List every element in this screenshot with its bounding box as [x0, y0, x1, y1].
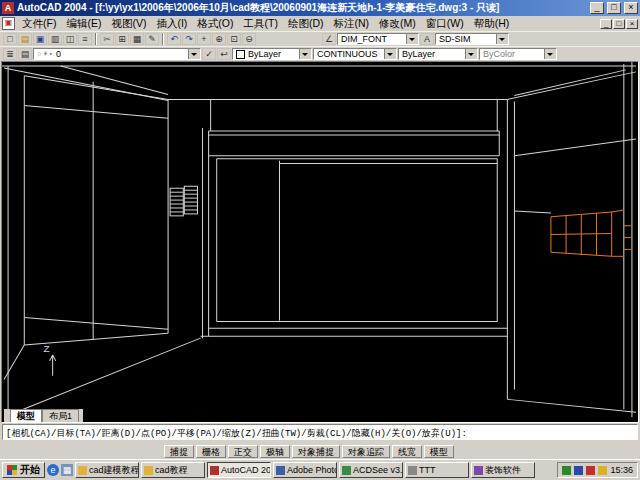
task-autocad[interactable]: AutoCAD 200...: [207, 462, 271, 478]
menu-view[interactable]: 视图(V): [106, 17, 151, 31]
windows-logo-icon: [7, 465, 17, 475]
layer-states-icon[interactable]: ▤: [18, 48, 32, 60]
app-icon: [408, 466, 417, 475]
task-decor-software[interactable]: 装饰软件: [471, 462, 535, 478]
linetype-combo[interactable]: CONTINUOUS: [313, 48, 397, 60]
text-style-value: SD-SIM: [439, 34, 471, 44]
layout-tabs: 模型 布局1: [4, 409, 83, 422]
chevron-down-icon[interactable]: [465, 49, 477, 59]
new-file-icon[interactable]: □: [3, 33, 17, 45]
zoom-realtime-icon[interactable]: ⊕: [212, 33, 226, 45]
status-bar: 捕捉 栅格 正交 极轴 对象捕捉 对象追踪 线宽 模型: [0, 443, 640, 459]
plot-preview-icon[interactable]: ◫: [63, 33, 77, 45]
folder-icon: [144, 466, 153, 475]
menu-file[interactable]: 文件(F): [17, 17, 61, 31]
tab-model[interactable]: 模型: [10, 409, 42, 422]
save-icon[interactable]: ▣: [33, 33, 47, 45]
command-window: [相机(CA)/目标(TA)/距离(D)/点(PO)/平移(PA)/缩放(Z)/…: [0, 423, 640, 443]
grid-toggle[interactable]: 栅格: [196, 445, 226, 458]
chevron-down-icon[interactable]: [496, 34, 508, 44]
plotstyle-combo: ByColor: [479, 48, 557, 60]
maximize-button[interactable]: □: [607, 2, 621, 14]
drawing-viewport[interactable]: Z 模型 布局1: [1, 61, 639, 423]
tray-icon-2[interactable]: [574, 466, 583, 475]
pan-icon[interactable]: +: [197, 33, 211, 45]
zoom-previous-icon[interactable]: ⊖: [242, 33, 256, 45]
make-layer-current-icon[interactable]: ✓: [202, 48, 216, 60]
quicklaunch-ie-icon[interactable]: e: [47, 464, 59, 476]
task-label: ACDSee v3.1...: [353, 465, 403, 475]
menu-help[interactable]: 帮助(H): [469, 17, 515, 31]
highlighted-object: [551, 210, 632, 256]
start-label: 开始: [20, 463, 40, 477]
publish-icon[interactable]: ≡: [78, 33, 92, 45]
quicklaunch-desktop-icon[interactable]: ▦: [61, 464, 73, 476]
text-style-combo[interactable]: SD-SIM: [435, 33, 509, 45]
tab-layout1[interactable]: 布局1: [42, 409, 79, 422]
chevron-down-icon: [544, 49, 556, 59]
wireframe-model[interactable]: Z: [2, 62, 638, 422]
cut-icon[interactable]: ✂: [100, 33, 114, 45]
task-cad-tutorial-folder[interactable]: cad教程: [141, 462, 205, 478]
start-button[interactable]: 开始: [2, 462, 45, 478]
color-combo[interactable]: ByLayer: [232, 48, 312, 60]
osnap-toggle[interactable]: 对象捕捉: [292, 445, 340, 458]
layer-previous-icon[interactable]: ↩: [217, 48, 231, 60]
chevron-down-icon[interactable]: [384, 49, 396, 59]
task-label: cad教程: [155, 464, 188, 477]
task-cad-modeling-folder[interactable]: cad建模教程: [75, 462, 139, 478]
task-acdsee[interactable]: ACDSee v3.1...: [339, 462, 403, 478]
match-properties-icon[interactable]: ✎: [145, 33, 159, 45]
task-photoshop[interactable]: Adobe Photo...: [273, 462, 337, 478]
tray-icon-4[interactable]: [598, 466, 607, 475]
chevron-down-icon[interactable]: [188, 49, 200, 59]
title-bar: A AutoCAD 2004 - [f:\yy\yx1\2006年\2006年1…: [0, 0, 640, 16]
tray-icon-3[interactable]: [586, 466, 595, 475]
minimize-button[interactable]: _: [590, 2, 604, 14]
z-axis-label: Z: [44, 343, 50, 354]
redo-icon[interactable]: ↷: [182, 33, 196, 45]
polar-toggle[interactable]: 极轴: [260, 445, 290, 458]
menu-format[interactable]: 格式(O): [192, 17, 238, 31]
task-ttt[interactable]: TTT: [405, 462, 469, 478]
menu-edit[interactable]: 编辑(E): [61, 17, 106, 31]
lineweight-value: ByLayer: [402, 49, 435, 59]
menu-window[interactable]: 窗口(W): [421, 17, 469, 31]
menu-insert[interactable]: 插入(I): [151, 17, 192, 31]
undo-icon[interactable]: ↶: [167, 33, 181, 45]
model-space-toggle[interactable]: 模型: [424, 445, 454, 458]
menu-modify[interactable]: 修改(M): [374, 17, 421, 31]
zoom-window-icon[interactable]: ⊡: [227, 33, 241, 45]
paste-icon[interactable]: ▦: [130, 33, 144, 45]
snap-toggle[interactable]: 捕捉: [164, 445, 194, 458]
task-label: TTT: [419, 465, 436, 475]
doc-restore-button[interactable]: □: [613, 19, 625, 29]
otrack-toggle[interactable]: 对象追踪: [342, 445, 390, 458]
tray-icon-1[interactable]: [562, 466, 571, 475]
layer-manager-icon[interactable]: ≣: [3, 48, 17, 60]
dim-style-combo[interactable]: DIM_FONT: [337, 33, 419, 45]
chevron-down-icon[interactable]: [406, 34, 418, 44]
menu-draw[interactable]: 绘图(D): [283, 17, 329, 31]
acdsee-icon: [342, 466, 351, 475]
plotstyle-value: ByColor: [483, 49, 515, 59]
lineweight-combo[interactable]: ByLayer: [398, 48, 478, 60]
command-line-input[interactable]: [相机(CA)/目标(TA)/距离(D)/点(PO)/平移(PA)/缩放(Z)/…: [2, 424, 638, 440]
close-button[interactable]: ×: [624, 2, 638, 14]
bylayer-color-swatch: [236, 50, 245, 59]
ortho-toggle[interactable]: 正交: [228, 445, 258, 458]
doc-close-button[interactable]: ×: [626, 19, 638, 29]
menu-dimension[interactable]: 标注(N): [329, 17, 375, 31]
lineweight-toggle[interactable]: 线宽: [392, 445, 422, 458]
text-style-icon[interactable]: A: [420, 33, 434, 45]
copy-icon[interactable]: ⊞: [115, 33, 129, 45]
open-file-icon[interactable]: ▤: [18, 33, 32, 45]
linetype-value: CONTINUOUS: [317, 49, 378, 59]
chevron-down-icon[interactable]: [299, 49, 311, 59]
menu-tools[interactable]: 工具(T): [239, 17, 283, 31]
dim-style-icon[interactable]: ∠: [322, 33, 336, 45]
plot-icon[interactable]: ▥: [48, 33, 62, 45]
task-label: 装饰软件: [485, 464, 521, 477]
doc-minimize-button[interactable]: _: [600, 19, 612, 29]
layer-combo[interactable]: ○☀▪ 0: [33, 48, 201, 60]
